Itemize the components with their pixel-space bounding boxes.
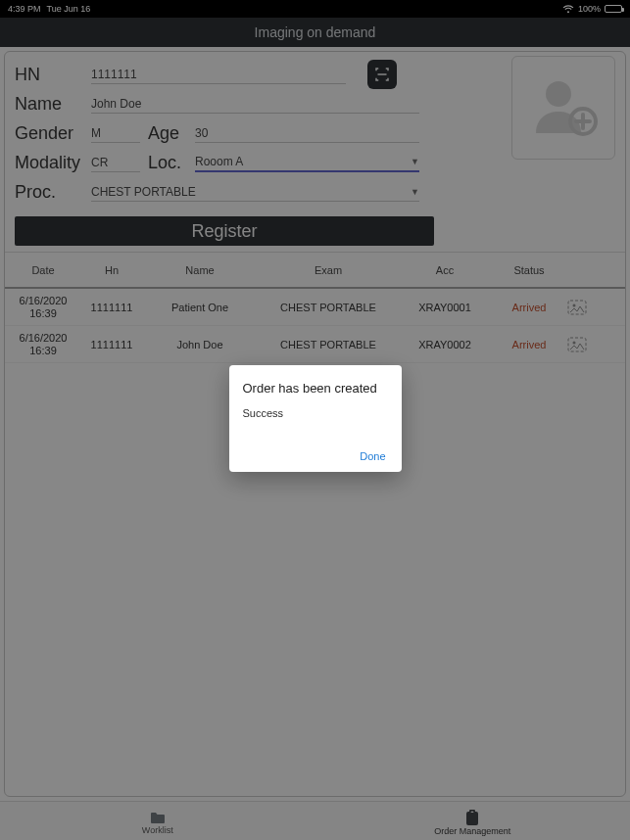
order-created-dialog: Order has been created Success Done <box>229 365 402 472</box>
dialog-message: Success <box>243 407 388 419</box>
dialog-title: Order has been created <box>243 381 388 396</box>
modal-overlay[interactable]: Order has been created Success Done <box>0 0 630 840</box>
dialog-done-button[interactable]: Done <box>358 446 387 466</box>
